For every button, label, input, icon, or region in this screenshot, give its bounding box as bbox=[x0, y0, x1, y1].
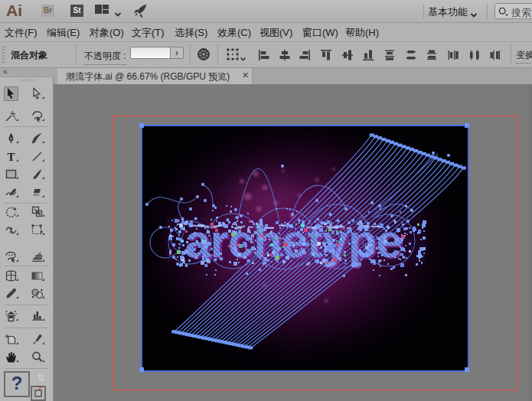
svg-text:T: T bbox=[7, 151, 15, 163]
